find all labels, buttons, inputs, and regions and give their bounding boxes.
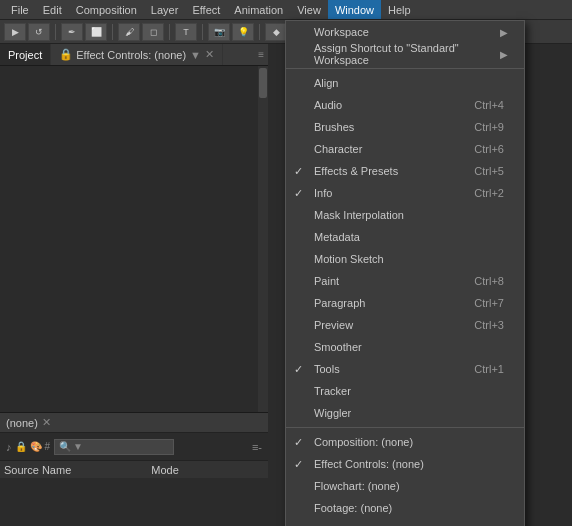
- tool-light[interactable]: 💡: [232, 23, 254, 41]
- col-headers: Source Name Mode: [0, 460, 268, 478]
- menu-info-shortcut: Ctrl+2: [474, 187, 504, 199]
- tool-eraser[interactable]: ◻: [142, 23, 164, 41]
- menu-workspace[interactable]: Workspace ▶: [286, 21, 524, 43]
- toolbar-sep-1: [55, 24, 56, 40]
- menubar-help[interactable]: Help: [381, 0, 418, 19]
- tab-dropdown-icon[interactable]: ▼: [190, 49, 201, 61]
- menu-paragraph[interactable]: Paragraph Ctrl+7: [286, 292, 524, 314]
- workspace-arrow-icon: ▶: [500, 27, 508, 38]
- menubar: File Edit Composition Layer Effect Anima…: [0, 0, 572, 20]
- menu-character[interactable]: Character Ctrl+6: [286, 138, 524, 160]
- col-mode: Mode: [151, 464, 179, 476]
- menu-character-shortcut: Ctrl+6: [474, 143, 504, 155]
- menubar-composition[interactable]: Composition: [69, 0, 144, 19]
- menu-footage[interactable]: Footage: (none): [286, 497, 524, 519]
- col-source-name: Source Name: [4, 464, 71, 476]
- menu-audio[interactable]: Audio Ctrl+4: [286, 94, 524, 116]
- menubar-layer[interactable]: Layer: [144, 0, 186, 19]
- tool-select[interactable]: ▶: [4, 23, 26, 41]
- toolbar-sep-2: [112, 24, 113, 40]
- menu-layer[interactable]: Layer: (none): [286, 519, 524, 526]
- menu-tracker-label: Tracker: [314, 385, 351, 397]
- menu-mask-interpolation[interactable]: Mask Interpolation: [286, 204, 524, 226]
- menu-character-label: Character: [314, 143, 362, 155]
- menu-smoother-label: Smoother: [314, 341, 362, 353]
- search-box[interactable]: 🔍 ▼: [54, 439, 174, 455]
- toolbar-sep-4: [202, 24, 203, 40]
- menu-composition-label: Composition: (none): [314, 436, 413, 448]
- menu-effects-presets[interactable]: Effects & Presets Ctrl+5: [286, 160, 524, 182]
- toolbar-sep-3: [169, 24, 170, 40]
- tab-effect-controls[interactable]: 🔒 Effect Controls: (none) ▼ ✕: [51, 44, 223, 65]
- menubar-window[interactable]: Window: [328, 0, 381, 19]
- menu-preview[interactable]: Preview Ctrl+3: [286, 314, 524, 336]
- menu-motion-sketch[interactable]: Motion Sketch: [286, 248, 524, 270]
- tool-mask[interactable]: ⬜: [85, 23, 107, 41]
- left-panel: Project 🔒 Effect Controls: (none) ▼ ✕ ≡ …: [0, 44, 268, 478]
- bottom-panel-content: ♪ 🔒 🎨 # 🔍 ▼ ≡-: [0, 433, 268, 460]
- menu-metadata[interactable]: Metadata: [286, 226, 524, 248]
- menu-smoother[interactable]: Smoother: [286, 336, 524, 358]
- menu-brushes[interactable]: Brushes Ctrl+9: [286, 116, 524, 138]
- tool-type[interactable]: T: [175, 23, 197, 41]
- menu-preview-shortcut: Ctrl+3: [474, 319, 504, 331]
- panel-tabs: Project 🔒 Effect Controls: (none) ▼ ✕ ≡: [0, 44, 268, 66]
- tool-camera[interactable]: 📷: [208, 23, 230, 41]
- menu-align[interactable]: Align: [286, 72, 524, 94]
- menubar-view[interactable]: View: [290, 0, 328, 19]
- icon-hash[interactable]: #: [45, 441, 51, 452]
- menu-wiggler[interactable]: Wiggler: [286, 402, 524, 424]
- window-dropdown-menu: Workspace ▶ Assign Shortcut to "Standard…: [285, 20, 525, 526]
- bottom-icons: ♪ 🔒 🎨 #: [6, 441, 50, 453]
- menu-footage-label: Footage: (none): [314, 502, 392, 514]
- scrollbar-thumb: [259, 68, 267, 98]
- menubar-animation[interactable]: Animation: [227, 0, 290, 19]
- menu-info[interactable]: Info Ctrl+2: [286, 182, 524, 204]
- menu-assign-shortcut-label: Assign Shortcut to "Standard" Workspace: [314, 42, 500, 66]
- menu-paint[interactable]: Paint Ctrl+8: [286, 270, 524, 292]
- bottom-panel-close[interactable]: ✕: [42, 416, 51, 429]
- menu-brushes-shortcut: Ctrl+9: [474, 121, 504, 133]
- icon-lock[interactable]: 🔒: [15, 441, 27, 452]
- menu-metadata-label: Metadata: [314, 231, 360, 243]
- separator-1: [286, 68, 524, 69]
- menubar-effect[interactable]: Effect: [185, 0, 227, 19]
- tab-project[interactable]: Project: [0, 44, 51, 65]
- separator-2: [286, 427, 524, 428]
- menu-composition[interactable]: Composition: (none): [286, 431, 524, 453]
- panel-menu-icon[interactable]: ≡: [258, 49, 264, 60]
- toolbar-sep-5: [259, 24, 260, 40]
- menu-paint-label: Paint: [314, 275, 339, 287]
- menu-brushes-label: Brushes: [314, 121, 354, 133]
- menu-tools[interactable]: Tools Ctrl+1: [286, 358, 524, 380]
- panel-content: [0, 66, 268, 412]
- tab-close-icon[interactable]: ✕: [205, 48, 214, 61]
- menubar-file[interactable]: File: [4, 0, 36, 19]
- menu-effect-controls[interactable]: Effect Controls: (none): [286, 453, 524, 475]
- menu-flowchart[interactable]: Flowchart: (none): [286, 475, 524, 497]
- panel-options-icon[interactable]: ≡-: [252, 441, 262, 453]
- menu-preview-label: Preview: [314, 319, 353, 331]
- menu-paint-shortcut: Ctrl+8: [474, 275, 504, 287]
- menu-paragraph-shortcut: Ctrl+7: [474, 297, 504, 309]
- tool-null[interactable]: ◆: [265, 23, 287, 41]
- menu-info-label: Info: [314, 187, 332, 199]
- menu-paragraph-label: Paragraph: [314, 297, 365, 309]
- icon-palette[interactable]: 🎨: [30, 441, 42, 452]
- menu-mask-interpolation-label: Mask Interpolation: [314, 209, 404, 221]
- menu-tracker[interactable]: Tracker: [286, 380, 524, 402]
- menu-effects-presets-label: Effects & Presets: [314, 165, 398, 177]
- panel-scrollbar[interactable]: [258, 66, 268, 412]
- menu-audio-label: Audio: [314, 99, 342, 111]
- search-dropdown-icon[interactable]: ▼: [73, 441, 83, 452]
- tab-effect-controls-label: Effect Controls: (none): [76, 49, 186, 61]
- tool-pen[interactable]: ✒: [61, 23, 83, 41]
- icon-audio[interactable]: ♪: [6, 441, 12, 453]
- lock-icon: 🔒: [59, 48, 73, 61]
- tool-rotate[interactable]: ↺: [28, 23, 50, 41]
- bottom-panel-header: (none) ✕: [0, 413, 268, 433]
- menu-tools-label: Tools: [314, 363, 340, 375]
- menu-assign-shortcut[interactable]: Assign Shortcut to "Standard" Workspace …: [286, 43, 524, 65]
- menubar-edit[interactable]: Edit: [36, 0, 69, 19]
- tool-brush[interactable]: 🖌: [118, 23, 140, 41]
